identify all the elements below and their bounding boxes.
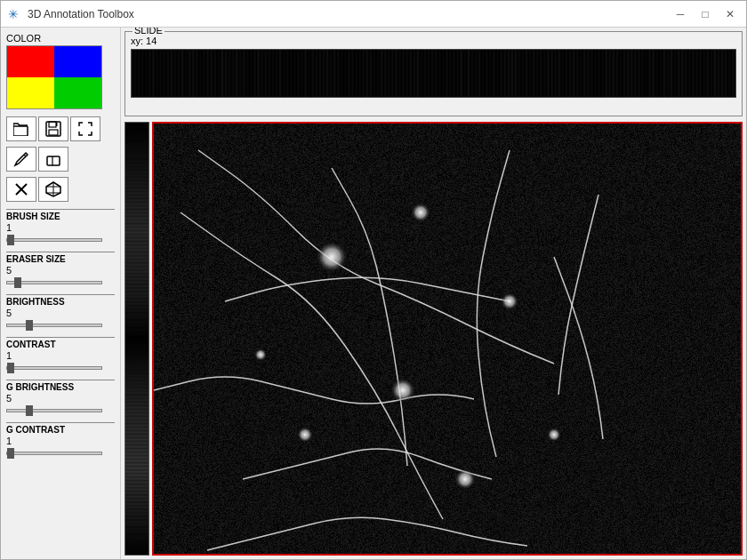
right-area: SLIDE xy: 14 [121,28,746,559]
g-brightness-slider[interactable] [6,404,102,417]
brush-size-label: BRUSH SIZE [6,209,115,221]
window-title: 3D Annotation Toolbox [28,8,666,20]
color-cell-green[interactable] [54,77,101,108]
toolbar-row-2 [6,147,115,172]
slide-group: SLIDE xy: 14 [124,31,743,116]
g-contrast-slider[interactable] [6,447,102,460]
eraser-size-label: ERASER SIZE [6,252,115,264]
slide-group-label: SLIDE [133,28,165,36]
svg-line-5 [24,155,26,156]
minimize-button[interactable]: ─ [671,5,689,23]
svg-rect-3 [49,130,58,135]
eraser-button[interactable] [38,147,68,172]
maximize-button[interactable]: □ [696,5,714,23]
color-cell-blue[interactable] [54,46,101,77]
contrast-value: 1 [6,350,115,361]
eraser-size-section: ERASER SIZE 5 [6,252,115,289]
g-contrast-value: 1 [6,436,115,446]
color-palette[interactable] [6,45,102,109]
close-button[interactable]: ✕ [721,5,739,23]
eraser-size-slider[interactable] [6,276,102,289]
svg-rect-2 [49,122,56,127]
fullscreen-button[interactable] [70,116,100,141]
brightness-slider[interactable] [6,319,102,332]
brush-size-value: 1 [6,222,115,233]
slide-thumbnail[interactable] [131,49,736,98]
contrast-slider[interactable] [6,362,102,374]
svg-rect-6 [47,156,60,165]
eraser-size-value: 5 [6,265,115,276]
pen-button[interactable] [6,147,36,172]
app-icon: ✳ [8,7,22,21]
svg-rect-0 [13,126,28,136]
toolbar-row-3 [6,177,115,202]
main-content: COLOR [1,28,746,559]
g-contrast-label: G CONTRAST [6,422,115,435]
color-cell-yellow[interactable] [7,77,54,108]
vertical-strip [124,122,149,556]
g-brightness-section: G BRIGHTNESS 5 [6,380,115,417]
open-button[interactable] [6,116,36,141]
window-controls: ─ □ ✕ [671,5,739,23]
svg-rect-4 [56,123,58,126]
delete-button[interactable] [6,177,36,202]
save-button[interactable] [38,116,68,141]
3d-button[interactable] [38,177,68,202]
brightness-label: BRIGHTNESS [6,294,115,307]
contrast-label: CONTRAST [6,337,115,349]
color-cell-red[interactable] [7,46,54,77]
brush-size-slider[interactable] [6,234,102,246]
titlebar: ✳ 3D Annotation Toolbox ─ □ ✕ [1,1,746,28]
contrast-section: CONTRAST 1 [6,337,115,374]
color-section: COLOR [6,33,115,113]
color-label: COLOR [6,33,115,44]
g-contrast-section: G CONTRAST 1 [6,422,115,460]
left-panel: COLOR [1,28,121,559]
toolbar-row-1 [6,116,115,141]
microscopy-canvas[interactable] [154,124,741,554]
brush-size-section: BRUSH SIZE 1 [6,209,115,246]
slide-xy-label: xy: 14 [131,36,736,46]
brightness-value: 5 [6,308,115,318]
g-brightness-label: G BRIGHTNESS [6,380,115,392]
main-microscopy-view[interactable] [152,122,743,556]
g-brightness-value: 5 [6,393,115,404]
main-window: ✳ 3D Annotation Toolbox ─ □ ✕ COLOR [0,0,747,560]
main-image-area [124,122,743,556]
brightness-section: BRIGHTNESS 5 [6,294,115,332]
